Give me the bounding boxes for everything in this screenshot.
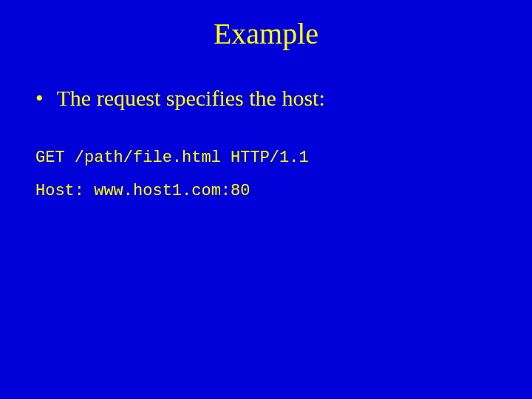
bullet-marker: • — [35, 85, 57, 112]
bullet-item: • The request specifies the host: — [35, 85, 532, 112]
bullet-text: The request specifies the host: — [57, 85, 325, 112]
slide-title: Example — [0, 0, 532, 66]
code-line-1: GET /path/file.html HTTP/1.1 — [35, 149, 532, 167]
code-block: GET /path/file.html HTTP/1.1 Host: www.h… — [0, 112, 532, 200]
code-line-2: Host: www.host1.com:80 — [35, 182, 532, 200]
slide: Example • The request specifies the host… — [0, 0, 532, 399]
slide-content: • The request specifies the host: — [0, 66, 532, 112]
